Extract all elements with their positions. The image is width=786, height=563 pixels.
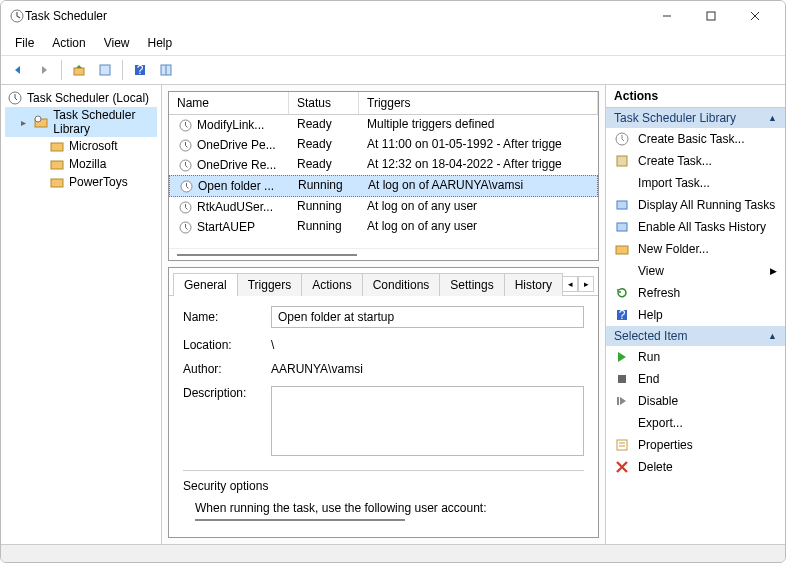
tab-scroll-left[interactable]: ◂: [562, 276, 578, 292]
name-label: Name:: [183, 310, 263, 324]
action-refresh[interactable]: Refresh: [606, 282, 785, 304]
menu-view[interactable]: View: [96, 33, 138, 53]
tab-history[interactable]: History: [504, 273, 563, 296]
action-display-running[interactable]: Display All Running Tasks: [606, 194, 785, 216]
tree-library-label: Task Scheduler Library: [53, 108, 155, 136]
section-library[interactable]: Task Scheduler Library ▲: [606, 108, 785, 128]
back-button[interactable]: [7, 59, 29, 81]
action-import[interactable]: Import Task...: [606, 172, 785, 194]
task-row[interactable]: OneDrive Re...ReadyAt 12:32 on 18-04-202…: [169, 155, 598, 175]
clock-icon: [7, 90, 23, 106]
task-row[interactable]: StartAUEPRunningAt log on of any user: [169, 217, 598, 237]
author-label: Author:: [183, 362, 263, 376]
security-options: Security options When running the task, …: [183, 470, 584, 521]
action-create[interactable]: Create Task...: [606, 150, 785, 172]
actions-header: Actions: [606, 85, 785, 108]
blank-icon: [614, 263, 630, 279]
tab-row: General Triggers Actions Conditions Sett…: [169, 268, 598, 296]
tree-pane: Task Scheduler (Local) ▸ Task Scheduler …: [1, 85, 162, 544]
tab-conditions[interactable]: Conditions: [362, 273, 441, 296]
tree-item-mozilla[interactable]: Mozilla: [5, 155, 157, 173]
svg-rect-2: [707, 12, 715, 20]
forward-button[interactable]: [33, 59, 55, 81]
task-status: Running: [289, 218, 359, 236]
task-scheduler-window: Task Scheduler File Action View Help ? T…: [0, 0, 786, 563]
toolbar-separator: [61, 60, 62, 80]
preview-pane-icon[interactable]: [155, 59, 177, 81]
task-trigger: At log on of any user: [359, 198, 598, 216]
action-end[interactable]: End: [606, 368, 785, 390]
action-delete[interactable]: Delete: [606, 456, 785, 478]
action-run[interactable]: Run: [606, 346, 785, 368]
tree-item-microsoft[interactable]: Microsoft: [5, 137, 157, 155]
task-clock-icon: [177, 137, 193, 153]
action-new-folder[interactable]: New Folder...: [606, 238, 785, 260]
action-disable[interactable]: Disable: [606, 390, 785, 412]
tree-item-powertoys[interactable]: PowerToys: [5, 173, 157, 191]
label: Refresh: [638, 286, 680, 300]
task-trigger: At log on of AARUNYA\vamsi: [360, 177, 597, 195]
menu-action[interactable]: Action: [44, 33, 93, 53]
label: Help: [638, 308, 663, 322]
action-export[interactable]: Export...: [606, 412, 785, 434]
help-toolbar-icon[interactable]: ?: [129, 59, 151, 81]
import-icon: [614, 175, 630, 191]
tree-library[interactable]: ▸ Task Scheduler Library: [5, 107, 157, 137]
task-list: Name Status Triggers ModifyLink...ReadyM…: [168, 91, 599, 261]
folder-icon: [614, 241, 630, 257]
folder-icon: [49, 174, 65, 190]
svg-rect-23: [617, 201, 627, 209]
history-icon: [614, 219, 630, 235]
svg-rect-3: [74, 68, 84, 75]
col-triggers[interactable]: Triggers: [359, 92, 598, 114]
task-status: Running: [290, 177, 360, 195]
up-button[interactable]: [68, 59, 90, 81]
name-field[interactable]: [271, 306, 584, 328]
task-trigger: At 11:00 on 01-05-1992 - After trigge: [359, 136, 598, 154]
task-row[interactable]: Open folder ...RunningAt log on of AARUN…: [169, 175, 598, 197]
menu-help[interactable]: Help: [140, 33, 181, 53]
section-selected[interactable]: Selected Item ▲: [606, 326, 785, 346]
action-create-basic[interactable]: Create Basic Task...: [606, 128, 785, 150]
task-trigger: Multiple triggers defined: [359, 116, 598, 134]
action-view[interactable]: View▶: [606, 260, 785, 282]
tab-settings[interactable]: Settings: [439, 273, 504, 296]
description-field[interactable]: [271, 386, 584, 456]
label: Enable All Tasks History: [638, 220, 766, 234]
task-trigger: At 12:32 on 18-04-2022 - After trigge: [359, 156, 598, 174]
col-name[interactable]: Name: [169, 92, 289, 114]
menu-file[interactable]: File: [7, 33, 42, 53]
minimize-button[interactable]: [645, 1, 689, 31]
action-enable-history[interactable]: Enable All Tasks History: [606, 216, 785, 238]
chevron-right-icon[interactable]: ▸: [21, 117, 29, 128]
horizontal-scrollbar[interactable]: [169, 248, 598, 260]
label: New Folder...: [638, 242, 709, 256]
section-library-label: Task Scheduler Library: [614, 111, 736, 125]
task-clock-icon: [177, 199, 193, 215]
svg-rect-14: [51, 179, 63, 187]
folder-icon: [49, 138, 65, 154]
task-clock-icon: [178, 178, 194, 194]
tab-general[interactable]: General: [173, 273, 238, 296]
close-button[interactable]: [733, 1, 777, 31]
properties-toolbar-icon[interactable]: [94, 59, 116, 81]
toolbar: ?: [1, 56, 785, 85]
action-properties[interactable]: Properties: [606, 434, 785, 456]
task-row[interactable]: ModifyLink...ReadyMultiple triggers defi…: [169, 115, 598, 135]
tab-scroll-right[interactable]: ▸: [578, 276, 594, 292]
col-status[interactable]: Status: [289, 92, 359, 114]
task-row[interactable]: OneDrive Pe...ReadyAt 11:00 on 01-05-199…: [169, 135, 598, 155]
running-icon: [614, 197, 630, 213]
tab-actions[interactable]: Actions: [301, 273, 362, 296]
label: Import Task...: [638, 176, 710, 190]
tree-root[interactable]: Task Scheduler (Local): [5, 89, 157, 107]
maximize-button[interactable]: [689, 1, 733, 31]
delete-icon: [614, 459, 630, 475]
action-help[interactable]: ?Help: [606, 304, 785, 326]
task-icon: [614, 153, 630, 169]
location-value: \: [271, 338, 274, 352]
task-row[interactable]: RtkAudUSer...RunningAt log on of any use…: [169, 197, 598, 217]
app-icon: [9, 8, 25, 24]
svg-rect-28: [618, 375, 626, 383]
tab-triggers[interactable]: Triggers: [237, 273, 303, 296]
